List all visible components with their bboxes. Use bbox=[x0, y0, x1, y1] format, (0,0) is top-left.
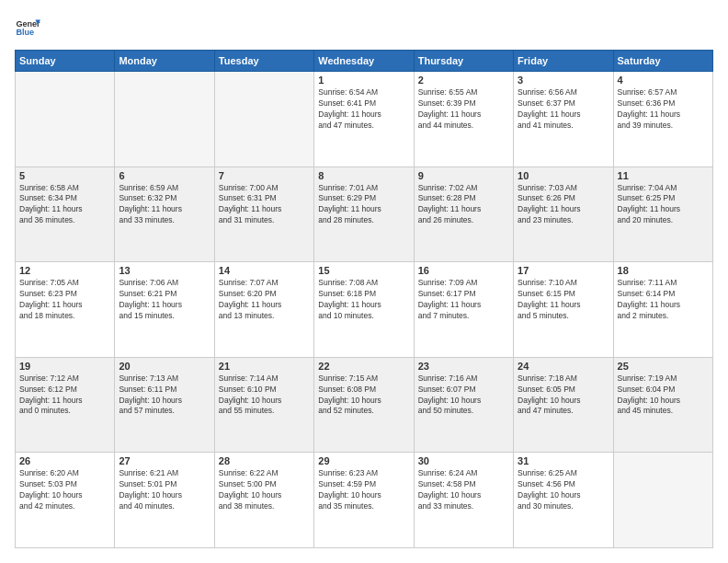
day-info: Sunrise: 6:54 AM Sunset: 6:41 PM Dayligh… bbox=[318, 87, 409, 132]
day-number: 5 bbox=[19, 170, 110, 181]
calendar-cell: 10Sunrise: 7:03 AM Sunset: 6:26 PM Dayli… bbox=[514, 167, 613, 262]
col-header-wednesday: Wednesday bbox=[314, 51, 414, 72]
day-info: Sunrise: 7:05 AM Sunset: 6:23 PM Dayligh… bbox=[19, 278, 110, 322]
day-number: 12 bbox=[19, 265, 110, 276]
page: General Blue SundayMondayTuesdayWednesda… bbox=[0, 0, 728, 563]
calendar-cell bbox=[613, 453, 712, 548]
calendar-table: SundayMondayTuesdayWednesdayThursdayFrid… bbox=[15, 50, 713, 548]
logo-icon: General Blue bbox=[15, 15, 40, 40]
day-info: Sunrise: 7:03 AM Sunset: 6:26 PM Dayligh… bbox=[518, 183, 609, 227]
day-info: Sunrise: 7:19 AM Sunset: 6:04 PM Dayligh… bbox=[618, 373, 709, 418]
calendar-cell: 27Sunrise: 6:21 AM Sunset: 5:01 PM Dayli… bbox=[115, 453, 214, 548]
day-info: Sunrise: 7:07 AM Sunset: 6:20 PM Dayligh… bbox=[219, 278, 310, 322]
col-header-saturday: Saturday bbox=[613, 51, 712, 72]
col-header-friday: Friday bbox=[514, 51, 613, 72]
day-number: 19 bbox=[19, 361, 110, 372]
day-number: 6 bbox=[119, 170, 210, 181]
calendar-header-row: SundayMondayTuesdayWednesdayThursdayFrid… bbox=[16, 51, 713, 72]
calendar-cell bbox=[115, 72, 214, 167]
calendar-cell bbox=[214, 72, 313, 167]
calendar-cell: 30Sunrise: 6:24 AM Sunset: 4:58 PM Dayli… bbox=[414, 453, 513, 548]
day-info: Sunrise: 7:16 AM Sunset: 6:07 PM Dayligh… bbox=[418, 373, 509, 418]
day-info: Sunrise: 7:09 AM Sunset: 6:17 PM Dayligh… bbox=[418, 278, 509, 322]
day-number: 23 bbox=[418, 361, 509, 372]
day-number: 29 bbox=[318, 455, 409, 466]
col-header-sunday: Sunday bbox=[16, 51, 115, 72]
calendar-cell: 1Sunrise: 6:54 AM Sunset: 6:41 PM Daylig… bbox=[314, 72, 414, 167]
day-number: 25 bbox=[618, 361, 709, 372]
day-info: Sunrise: 7:13 AM Sunset: 6:11 PM Dayligh… bbox=[119, 373, 210, 418]
day-number: 2 bbox=[418, 75, 509, 86]
day-number: 14 bbox=[219, 265, 310, 276]
day-info: Sunrise: 6:23 AM Sunset: 4:59 PM Dayligh… bbox=[318, 468, 409, 512]
day-number: 21 bbox=[219, 361, 310, 372]
calendar-cell: 17Sunrise: 7:10 AM Sunset: 6:15 PM Dayli… bbox=[514, 262, 613, 358]
calendar-cell: 16Sunrise: 7:09 AM Sunset: 6:17 PM Dayli… bbox=[414, 262, 513, 358]
day-number: 20 bbox=[119, 361, 210, 372]
day-number: 1 bbox=[318, 75, 409, 86]
day-number: 26 bbox=[19, 455, 110, 466]
day-info: Sunrise: 7:06 AM Sunset: 6:21 PM Dayligh… bbox=[119, 278, 210, 322]
day-info: Sunrise: 6:22 AM Sunset: 5:00 PM Dayligh… bbox=[219, 468, 310, 512]
day-info: Sunrise: 6:55 AM Sunset: 6:39 PM Dayligh… bbox=[418, 87, 509, 132]
calendar-cell: 15Sunrise: 7:08 AM Sunset: 6:18 PM Dayli… bbox=[314, 262, 414, 358]
calendar-cell: 19Sunrise: 7:12 AM Sunset: 6:12 PM Dayli… bbox=[16, 357, 115, 453]
calendar-cell: 13Sunrise: 7:06 AM Sunset: 6:21 PM Dayli… bbox=[115, 262, 214, 358]
day-number: 10 bbox=[518, 170, 609, 181]
calendar-cell: 3Sunrise: 6:56 AM Sunset: 6:37 PM Daylig… bbox=[514, 72, 613, 167]
day-info: Sunrise: 6:25 AM Sunset: 4:56 PM Dayligh… bbox=[518, 468, 609, 512]
day-info: Sunrise: 6:59 AM Sunset: 6:32 PM Dayligh… bbox=[119, 183, 210, 227]
day-number: 24 bbox=[518, 361, 609, 372]
day-number: 16 bbox=[418, 265, 509, 276]
col-header-monday: Monday bbox=[115, 51, 214, 72]
day-info: Sunrise: 6:58 AM Sunset: 6:34 PM Dayligh… bbox=[19, 183, 110, 227]
day-number: 13 bbox=[119, 265, 210, 276]
calendar-cell: 23Sunrise: 7:16 AM Sunset: 6:07 PM Dayli… bbox=[414, 357, 513, 453]
calendar-cell: 2Sunrise: 6:55 AM Sunset: 6:39 PM Daylig… bbox=[414, 72, 513, 167]
day-number: 8 bbox=[318, 170, 409, 181]
day-number: 3 bbox=[518, 75, 609, 86]
day-number: 30 bbox=[418, 455, 509, 466]
day-info: Sunrise: 7:14 AM Sunset: 6:10 PM Dayligh… bbox=[219, 373, 310, 418]
svg-text:Blue: Blue bbox=[16, 28, 34, 37]
day-info: Sunrise: 7:10 AM Sunset: 6:15 PM Dayligh… bbox=[518, 278, 609, 322]
day-info: Sunrise: 7:04 AM Sunset: 6:25 PM Dayligh… bbox=[618, 183, 709, 227]
day-number: 27 bbox=[119, 455, 210, 466]
calendar-cell: 4Sunrise: 6:57 AM Sunset: 6:36 PM Daylig… bbox=[613, 72, 712, 167]
calendar-cell: 8Sunrise: 7:01 AM Sunset: 6:29 PM Daylig… bbox=[314, 167, 414, 262]
day-info: Sunrise: 7:01 AM Sunset: 6:29 PM Dayligh… bbox=[318, 183, 409, 227]
calendar-cell: 28Sunrise: 6:22 AM Sunset: 5:00 PM Dayli… bbox=[214, 453, 313, 548]
day-info: Sunrise: 6:21 AM Sunset: 5:01 PM Dayligh… bbox=[119, 468, 210, 512]
logo: General Blue bbox=[15, 15, 40, 40]
calendar-week-1: 1Sunrise: 6:54 AM Sunset: 6:41 PM Daylig… bbox=[16, 72, 713, 167]
day-number: 9 bbox=[418, 170, 509, 181]
day-number: 7 bbox=[219, 170, 310, 181]
calendar-cell: 14Sunrise: 7:07 AM Sunset: 6:20 PM Dayli… bbox=[214, 262, 313, 358]
day-info: Sunrise: 6:20 AM Sunset: 5:03 PM Dayligh… bbox=[19, 468, 110, 512]
calendar-cell: 26Sunrise: 6:20 AM Sunset: 5:03 PM Dayli… bbox=[16, 453, 115, 548]
calendar-week-5: 26Sunrise: 6:20 AM Sunset: 5:03 PM Dayli… bbox=[16, 453, 713, 548]
day-number: 17 bbox=[518, 265, 609, 276]
calendar-cell bbox=[16, 72, 115, 167]
day-info: Sunrise: 7:00 AM Sunset: 6:31 PM Dayligh… bbox=[219, 183, 310, 227]
day-number: 31 bbox=[518, 455, 609, 466]
day-info: Sunrise: 7:15 AM Sunset: 6:08 PM Dayligh… bbox=[318, 373, 409, 418]
calendar-cell: 20Sunrise: 7:13 AM Sunset: 6:11 PM Dayli… bbox=[115, 357, 214, 453]
calendar-cell: 24Sunrise: 7:18 AM Sunset: 6:05 PM Dayli… bbox=[514, 357, 613, 453]
day-info: Sunrise: 6:24 AM Sunset: 4:58 PM Dayligh… bbox=[418, 468, 509, 512]
calendar-cell: 12Sunrise: 7:05 AM Sunset: 6:23 PM Dayli… bbox=[16, 262, 115, 358]
calendar-cell: 18Sunrise: 7:11 AM Sunset: 6:14 PM Dayli… bbox=[613, 262, 712, 358]
day-number: 4 bbox=[618, 75, 709, 86]
header: General Blue bbox=[15, 15, 713, 40]
calendar-week-3: 12Sunrise: 7:05 AM Sunset: 6:23 PM Dayli… bbox=[16, 262, 713, 358]
calendar-cell: 5Sunrise: 6:58 AM Sunset: 6:34 PM Daylig… bbox=[16, 167, 115, 262]
day-info: Sunrise: 7:18 AM Sunset: 6:05 PM Dayligh… bbox=[518, 373, 609, 418]
calendar-cell: 22Sunrise: 7:15 AM Sunset: 6:08 PM Dayli… bbox=[314, 357, 414, 453]
calendar-cell: 11Sunrise: 7:04 AM Sunset: 6:25 PM Dayli… bbox=[613, 167, 712, 262]
day-number: 11 bbox=[618, 170, 709, 181]
calendar-cell: 7Sunrise: 7:00 AM Sunset: 6:31 PM Daylig… bbox=[214, 167, 313, 262]
day-number: 15 bbox=[318, 265, 409, 276]
day-number: 18 bbox=[618, 265, 709, 276]
day-info: Sunrise: 7:08 AM Sunset: 6:18 PM Dayligh… bbox=[318, 278, 409, 322]
day-info: Sunrise: 7:02 AM Sunset: 6:28 PM Dayligh… bbox=[418, 183, 509, 227]
